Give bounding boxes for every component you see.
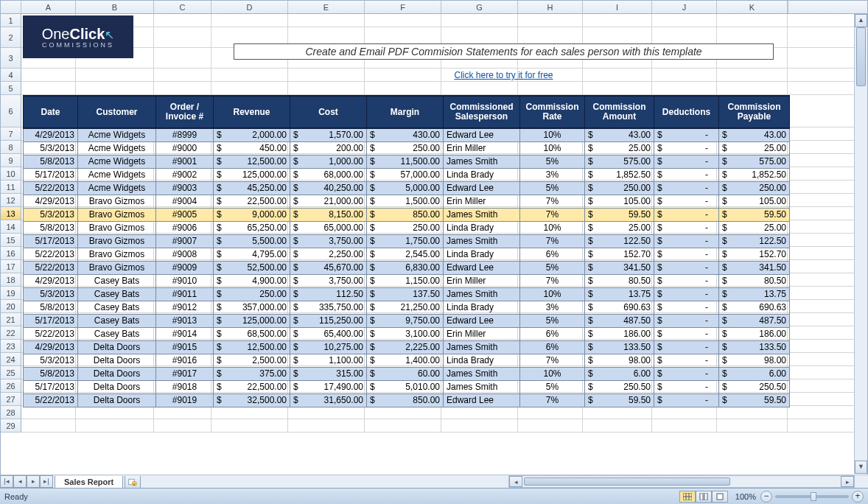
cell[interactable]: $250.50 bbox=[719, 380, 790, 393]
cell[interactable]: Linda Brady bbox=[444, 354, 520, 367]
cell[interactable]: $133.50 bbox=[719, 340, 790, 354]
table-row[interactable]: 5/17/2013Acme Widgets#9002$125,000.00$68… bbox=[24, 168, 790, 181]
cell[interactable]: 4/29/2013 bbox=[24, 128, 78, 141]
cell[interactable]: 7% bbox=[520, 234, 585, 248]
cell[interactable]: $12,500.00 bbox=[214, 155, 290, 168]
cell[interactable]: #9008 bbox=[156, 248, 214, 261]
cell[interactable]: $186.00 bbox=[585, 327, 654, 340]
column-header-G[interactable]: G bbox=[441, 1, 518, 13]
cell[interactable]: #9012 bbox=[156, 301, 214, 314]
row-header-29[interactable]: 29 bbox=[1, 419, 21, 433]
tab-prev-button[interactable]: ◂ bbox=[13, 475, 27, 488]
row-header-19[interactable]: 19 bbox=[1, 287, 21, 300]
cell[interactable]: 10% bbox=[520, 141, 585, 155]
cell[interactable]: $341.50 bbox=[585, 261, 654, 274]
table-header[interactable]: Commission Amount bbox=[585, 96, 654, 128]
row-header-20[interactable]: 20 bbox=[1, 300, 21, 313]
table-row[interactable]: 4/29/2013Acme Widgets#8999$2,000.00$1,57… bbox=[24, 128, 790, 141]
cell[interactable]: $- bbox=[654, 261, 719, 274]
row-header-6[interactable]: 6 bbox=[1, 95, 21, 127]
row-header-17[interactable]: 17 bbox=[1, 260, 21, 273]
cell[interactable]: $80.50 bbox=[719, 274, 790, 287]
cell[interactable]: James Smith bbox=[444, 287, 520, 301]
cell[interactable]: $315.00 bbox=[290, 367, 367, 380]
cell[interactable]: $122.50 bbox=[719, 234, 790, 248]
cell[interactable]: #9010 bbox=[156, 274, 214, 287]
cell[interactable]: #9004 bbox=[156, 195, 214, 208]
cell[interactable]: $12,500.00 bbox=[214, 340, 290, 354]
cell[interactable]: $2,250.00 bbox=[290, 248, 367, 261]
cell[interactable]: $487.50 bbox=[585, 314, 654, 327]
cell[interactable]: $32,500.00 bbox=[214, 393, 290, 407]
cell[interactable]: 5/17/2013 bbox=[24, 234, 78, 248]
cell[interactable]: $250.00 bbox=[367, 141, 444, 155]
vertical-scrollbar[interactable]: ▲ ▼ bbox=[854, 14, 867, 474]
cell[interactable]: $13.75 bbox=[719, 287, 790, 301]
cell[interactable]: $- bbox=[654, 141, 719, 155]
table-header[interactable]: Margin bbox=[367, 96, 444, 128]
cell[interactable]: $- bbox=[654, 354, 719, 367]
table-row[interactable]: 5/8/2013Acme Widgets#9001$12,500.00$1,00… bbox=[24, 155, 790, 168]
cell[interactable]: 4/29/2013 bbox=[24, 274, 78, 287]
row-header-27[interactable]: 27 bbox=[1, 393, 21, 406]
cell[interactable]: $65,250.00 bbox=[214, 221, 290, 234]
select-all-corner[interactable] bbox=[1, 1, 21, 13]
cell[interactable]: Delta Doors bbox=[78, 393, 156, 407]
tab-last-button[interactable]: ▸| bbox=[40, 475, 53, 488]
cell[interactable]: $133.50 bbox=[585, 340, 654, 354]
cell[interactable]: #9000 bbox=[156, 141, 214, 155]
table-header[interactable]: Revenue bbox=[214, 96, 290, 128]
row-header-9[interactable]: 9 bbox=[1, 154, 21, 167]
cell[interactable]: 5/17/2013 bbox=[24, 380, 78, 393]
cell[interactable]: #9003 bbox=[156, 181, 214, 195]
cell[interactable]: 10% bbox=[520, 221, 585, 234]
table-row[interactable]: 5/8/2013Bravo Gizmos#9006$65,250.00$65,0… bbox=[24, 221, 790, 234]
cell[interactable]: James Smith bbox=[444, 155, 520, 168]
cell[interactable]: 10% bbox=[520, 367, 585, 380]
cell[interactable]: $59.50 bbox=[719, 393, 790, 407]
scroll-up-button[interactable]: ▲ bbox=[855, 14, 867, 27]
row-header-25[interactable]: 25 bbox=[1, 366, 21, 379]
cell[interactable]: #8999 bbox=[156, 128, 214, 141]
cell[interactable]: $1,500.00 bbox=[367, 195, 444, 208]
cell[interactable]: 5/3/2013 bbox=[24, 287, 78, 301]
cell[interactable]: Acme Widgets bbox=[78, 181, 156, 195]
cell[interactable]: $4,900.00 bbox=[214, 274, 290, 287]
scroll-down-button[interactable]: ▼ bbox=[855, 461, 867, 474]
cell[interactable]: $98.00 bbox=[585, 354, 654, 367]
cell[interactable]: $- bbox=[654, 128, 719, 141]
cell[interactable]: $1,852.50 bbox=[719, 168, 790, 181]
cell[interactable]: James Smith bbox=[444, 340, 520, 354]
cell[interactable]: $31,650.00 bbox=[290, 393, 367, 407]
row-header-23[interactable]: 23 bbox=[1, 340, 21, 353]
cell[interactable]: #9015 bbox=[156, 340, 214, 354]
cell[interactable]: Linda Brady bbox=[444, 168, 520, 181]
cell[interactable]: $152.70 bbox=[585, 248, 654, 261]
cell[interactable]: $6.00 bbox=[585, 367, 654, 380]
cell[interactable]: $250.00 bbox=[214, 287, 290, 301]
cell[interactable]: 5/8/2013 bbox=[24, 301, 78, 314]
row-header-28[interactable]: 28 bbox=[1, 406, 21, 419]
cell[interactable]: $52,500.00 bbox=[214, 261, 290, 274]
cell[interactable]: $1,100.00 bbox=[290, 354, 367, 367]
cell[interactable]: $5,500.00 bbox=[214, 234, 290, 248]
cell[interactable]: $186.00 bbox=[719, 327, 790, 340]
view-page-layout-button[interactable] bbox=[696, 491, 712, 503]
cell[interactable]: $45,250.00 bbox=[214, 181, 290, 195]
zoom-in-button[interactable]: + bbox=[852, 491, 864, 503]
table-header[interactable]: Commission Payable bbox=[719, 96, 790, 128]
table-row[interactable]: 4/29/2013Delta Doors#9015$12,500.00$10,2… bbox=[24, 340, 790, 354]
cell[interactable]: Erin Miller bbox=[444, 327, 520, 340]
table-header[interactable]: Deductions bbox=[654, 96, 719, 128]
cell[interactable]: #9001 bbox=[156, 155, 214, 168]
zoom-slider-knob[interactable] bbox=[811, 492, 816, 501]
cell[interactable]: $98.00 bbox=[719, 354, 790, 367]
row-header-4[interactable]: 4 bbox=[1, 69, 21, 82]
cell[interactable]: $9,000.00 bbox=[214, 208, 290, 221]
cell[interactable]: $105.00 bbox=[719, 195, 790, 208]
cell[interactable]: $250.00 bbox=[585, 181, 654, 195]
table-row[interactable]: 5/3/2013Bravo Gizmos#9005$9,000.00$8,150… bbox=[24, 208, 790, 221]
cell[interactable]: 4/29/2013 bbox=[24, 195, 78, 208]
cell[interactable]: $68,500.00 bbox=[214, 327, 290, 340]
cell[interactable]: $60.00 bbox=[367, 367, 444, 380]
